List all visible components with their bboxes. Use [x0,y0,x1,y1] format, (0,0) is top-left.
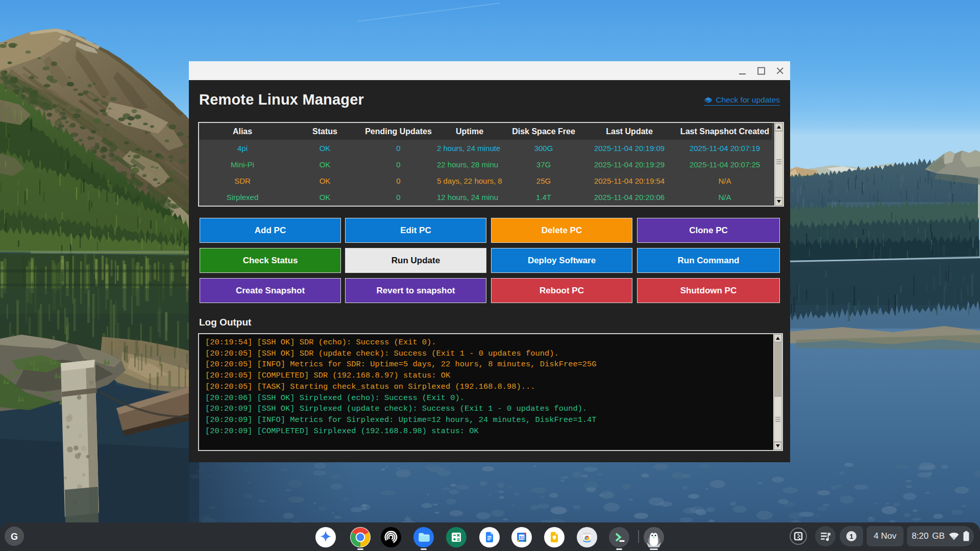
svg-text:G: G [11,532,18,542]
svg-text:31: 31 [519,535,524,540]
